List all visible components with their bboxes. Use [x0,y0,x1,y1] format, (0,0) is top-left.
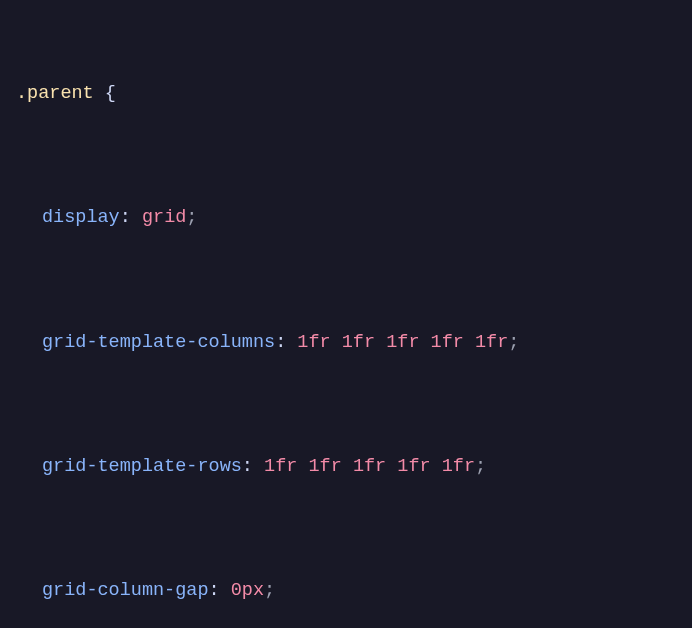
brace-open: { [105,83,116,104]
decl-grid-column-gap: grid-column-gap: 0px; [16,575,676,606]
selector-parent: .parent [16,83,94,104]
rule-parent: .parent { [16,78,676,109]
decl-grid-template-rows: grid-template-rows: 1fr 1fr 1fr 1fr 1fr; [16,451,676,482]
decl-grid-template-columns: grid-template-columns: 1fr 1fr 1fr 1fr 1… [16,327,676,358]
decl-display: display: grid; [16,202,676,233]
code-block: .parent { display: grid; grid-template-c… [16,16,676,628]
